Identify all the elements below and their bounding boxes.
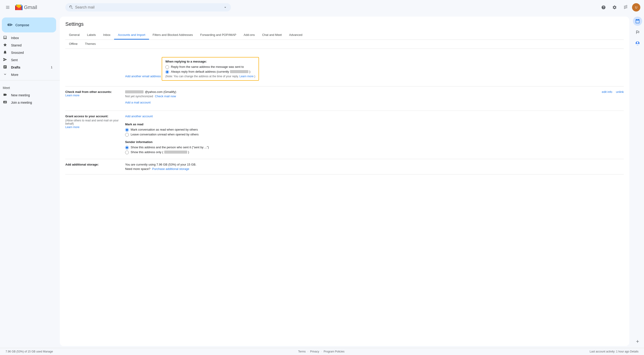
tab-addons[interactable]: Add-ons (240, 31, 258, 40)
main-layout: ✏ Compose Inbox Starred Snoozed (0, 15, 644, 348)
search-input[interactable] (75, 5, 221, 10)
footer-left: 7.96 GB (53%) of 15 GB used Manage (6, 350, 53, 353)
gmail-m-icon (15, 3, 23, 12)
tab-accounts-import[interactable]: Accounts and Import (114, 31, 149, 40)
sidebar-item-inbox[interactable]: Inbox (0, 34, 56, 42)
compose-button[interactable]: ✏ Compose (2, 18, 56, 32)
purchase-storage-link[interactable]: Purchase additional storage (152, 167, 189, 170)
settings-main: Add another email address When replying … (60, 49, 629, 179)
leave-unread-radio[interactable] (125, 133, 129, 136)
reply-learn-more-link[interactable]: Learn more (240, 75, 254, 78)
settings-content-area: Settings General Labels Inbox Accounts a… (60, 16, 629, 346)
help-icon[interactable] (599, 3, 608, 12)
sidebar-item-new-meeting[interactable]: New meeting (0, 92, 56, 99)
add-email-link[interactable]: Add another email address (125, 74, 161, 78)
right-panel-calendar-icon[interactable] (633, 16, 642, 26)
tab-themes[interactable]: Themes (81, 40, 99, 48)
meet-title: Meet (0, 84, 60, 92)
reply-options-box: When replying to a message: Reply from t… (162, 57, 259, 81)
inbox-label: Inbox (11, 36, 52, 40)
sidebar-item-starred[interactable]: Starred (0, 42, 56, 49)
gmail-logo: Gmail (15, 3, 37, 12)
tab-advanced[interactable]: Advanced (286, 31, 306, 40)
send-mail-label (65, 57, 125, 82)
reply-default-address-blur (230, 70, 248, 73)
tab-forwarding[interactable]: Forwarding and POP/IMAP (196, 31, 240, 40)
tab-chat-meet[interactable]: Chat and Meet (258, 31, 286, 40)
svg-rect-2 (6, 8, 10, 9)
check-mail-learn-more[interactable]: Learn more (65, 94, 79, 97)
grant-access-learn-more[interactable]: Learn more (65, 126, 79, 129)
mark-read-radio[interactable] (125, 128, 129, 132)
footer-right: Last account activity: 1 hour ago Detail… (590, 350, 638, 353)
tab-general[interactable]: General (65, 31, 83, 40)
footer-details-link[interactable]: Details (630, 350, 638, 353)
add-another-account-link[interactable]: Add another account (125, 114, 153, 118)
join-meeting-label: Join a meeting (11, 101, 52, 104)
mark-read-title: Mark as read (125, 122, 624, 126)
footer-terms-link[interactable]: Terms (298, 350, 306, 353)
tab-offline[interactable]: Offline (65, 40, 81, 48)
reply-option-2-row: Always reply from default address (curre… (165, 70, 255, 74)
nav-section: Inbox Starred Snoozed Sent (0, 34, 60, 78)
search-dropdown-icon[interactable] (223, 5, 227, 10)
check-mail-email-blur (125, 90, 144, 93)
sidebar-item-join-meeting[interactable]: Join a meeting (0, 99, 56, 106)
right-panel-contacts-icon[interactable] (633, 39, 642, 48)
check-mail-status: Not yet synchronized (125, 94, 153, 98)
sidebar-item-more[interactable]: More (0, 71, 56, 78)
tab-labels[interactable]: Labels (83, 31, 99, 40)
grant-access-label-col: Grant access to your account: (Allow oth… (65, 114, 125, 155)
sidebar-item-snoozed[interactable]: Snoozed (0, 49, 56, 56)
storage-more-row: Need more space? Purchase additional sto… (125, 167, 624, 170)
add-more-icon[interactable] (633, 337, 642, 346)
menu-icon[interactable] (4, 3, 13, 12)
check-mail-status-row: Not yet synchronized Check mail now (125, 94, 176, 98)
show-both-radio[interactable] (125, 146, 129, 150)
sender-info-option2-row: Show this address only ( ) (125, 150, 624, 154)
sender-info-subsection: Sender information Show this address and… (125, 140, 624, 154)
edit-info-link[interactable]: edit info (602, 90, 612, 94)
compose-plus-icon: ✏ (7, 21, 13, 29)
tab-inbox[interactable]: Inbox (100, 31, 114, 40)
avatar[interactable]: U (632, 3, 640, 12)
video-icon (3, 93, 7, 98)
reply-same-radio[interactable] (165, 65, 169, 69)
right-panel-add-btn[interactable] (633, 337, 642, 346)
sidebar-item-drafts[interactable]: Drafts 1 (0, 64, 56, 71)
snoozed-icon (3, 50, 7, 56)
reply-note: (Note: You can change the address at the… (165, 75, 255, 78)
reply-option-1-row: Reply from the same address the message … (165, 65, 255, 69)
check-mail-now-link[interactable]: Check mail now (155, 94, 176, 98)
drafts-icon (3, 65, 7, 70)
settings-icon[interactable] (610, 3, 619, 12)
add-mail-account-link[interactable]: Add a mail account (125, 101, 151, 104)
grant-access-section: Grant access to your account: (Allow oth… (65, 111, 624, 159)
grant-access-body: Add another account Mark as read Mark co… (125, 114, 624, 155)
star-icon (3, 43, 7, 48)
unlink-link[interactable]: unlink (616, 90, 624, 94)
show-only-radio[interactable] (125, 150, 129, 154)
reply-default-radio[interactable] (165, 70, 169, 74)
tabs-row-1: General Labels Inbox Accounts and Import… (65, 31, 624, 40)
svg-rect-1 (6, 7, 10, 8)
meet-section: Meet New meeting Join a meeting (0, 82, 60, 108)
storage-heading: Add additional storage: (65, 163, 120, 166)
tab-filters[interactable]: Filters and Blocked Addresses (149, 31, 197, 40)
drafts-label: Drafts (11, 66, 47, 69)
footer-manage-link[interactable]: Manage (43, 350, 53, 353)
edit-unlink-row: edit info unlink (602, 90, 624, 94)
sidebar-item-sent[interactable]: Sent (0, 56, 56, 64)
snoozed-label: Snoozed (11, 51, 52, 54)
footer-privacy-link[interactable]: Privacy (310, 350, 319, 353)
storage-section: Add additional storage: You are currentl… (65, 159, 624, 174)
mark-read-subsection: Mark as read Mark conversation as read w… (125, 122, 624, 136)
footer-sep-2: · (321, 350, 322, 353)
footer-policies-link[interactable]: Program Policies (324, 350, 344, 353)
right-panel-tasks-icon[interactable] (633, 28, 642, 37)
sent-icon (3, 58, 7, 63)
more-chevron-icon (3, 72, 7, 78)
apps-icon[interactable] (621, 3, 630, 12)
storage-body: You are currently using 7.96 GB (53%) of… (125, 163, 624, 170)
sender-info-option2-blur (164, 150, 187, 154)
